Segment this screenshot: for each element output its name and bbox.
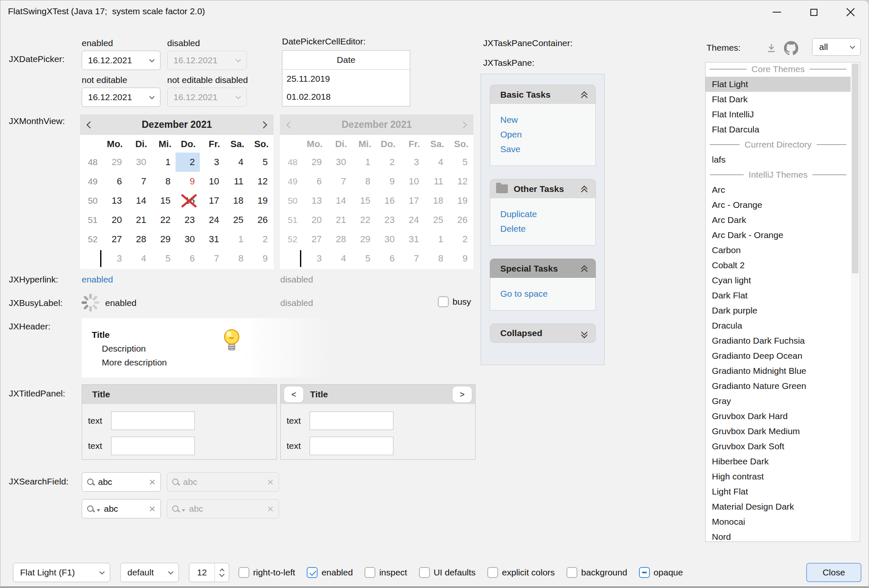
theme-item[interactable]: lafs — [706, 152, 851, 167]
scrollbar-thumb[interactable] — [852, 64, 859, 273]
checkbox-checked-icon[interactable] — [307, 567, 318, 578]
checkbox-icon[interactable] — [487, 567, 498, 578]
titledpanel-next-button[interactable]: > — [453, 386, 472, 402]
calendar-day[interactable]: 20 — [103, 210, 127, 230]
calendar-day[interactable]: 11 — [224, 172, 248, 191]
theme-item[interactable]: Gradianto Nature Green — [706, 378, 851, 394]
theme-item[interactable]: Monocai — [706, 514, 851, 529]
theme-item[interactable]: High contrast — [706, 469, 851, 484]
theme-item[interactable]: Arc Dark - Orange — [706, 228, 851, 243]
calendar-day[interactable]: 6 — [176, 249, 200, 268]
scale-combobox[interactable]: default — [120, 563, 179, 582]
theme-item[interactable]: Gruvbox Dark Medium — [706, 424, 851, 439]
calendar-day[interactable]: 30 — [176, 230, 200, 249]
calendar-day[interactable]: 9 — [248, 249, 273, 268]
checkbox-icon[interactable] — [419, 567, 430, 578]
calendar-day[interactable]: 21 — [127, 210, 151, 230]
searchfield-with-menu-enabled[interactable]: × — [82, 499, 161, 518]
theme-item[interactable]: Arc — [706, 182, 851, 197]
theme-item[interactable]: Gray — [706, 394, 851, 409]
calendar-day[interactable]: 4 — [224, 153, 248, 172]
calendar-day[interactable]: 26 — [248, 210, 273, 230]
hyperlink-enabled[interactable]: enabled — [82, 275, 113, 285]
theme-item[interactable]: Gradianto Midnight Blue — [706, 363, 851, 378]
theme-item[interactable]: Carbon — [706, 243, 851, 258]
checkbox-icon[interactable] — [238, 567, 249, 578]
calendar-day[interactable]: 7 — [200, 249, 224, 268]
table-row[interactable]: 25.11.2019 — [282, 70, 410, 88]
calendar-day[interactable]: 3 — [200, 153, 224, 172]
clear-icon[interactable]: × — [149, 503, 155, 514]
taskpane-header[interactable]: Special Tasks — [490, 259, 596, 278]
checkbox-enabled[interactable]: enabled — [307, 567, 353, 578]
datepicker-dropdown-button[interactable] — [143, 88, 160, 106]
checkbox-opaque[interactable]: opaque — [639, 567, 683, 578]
calendar-day[interactable]: 27 — [103, 230, 127, 249]
clear-icon[interactable]: × — [149, 477, 155, 487]
calendar-day[interactable]: 9 — [176, 172, 200, 191]
task-link[interactable]: Delete — [500, 221, 595, 236]
search-menu-arrow-icon[interactable] — [97, 509, 100, 512]
calendar-day[interactable]: 6 — [103, 172, 127, 191]
calendar-day[interactable]: 8 — [224, 249, 248, 268]
task-link[interactable]: Save — [500, 142, 595, 156]
task-link[interactable]: Go to space — [500, 286, 595, 301]
laf-combobox[interactable]: Flat Light (F1) — [13, 563, 110, 582]
theme-item[interactable]: Flat Darcula — [706, 122, 851, 137]
theme-item[interactable]: Gruvbox Dark Soft — [706, 439, 851, 454]
calendar-day[interactable]: 29 — [103, 153, 127, 172]
theme-item[interactable]: Cyan light — [706, 273, 851, 288]
calendar-day[interactable]: 25 — [224, 210, 248, 230]
datepicker-dropdown-button[interactable] — [143, 51, 160, 70]
calendar-day[interactable]: 4 — [127, 249, 151, 268]
calendar-day[interactable]: 16 — [176, 191, 200, 210]
checkbox-inspect[interactable]: inspect — [365, 567, 407, 578]
theme-item[interactable]: Gradianto Dark Fuchsia — [706, 333, 851, 348]
calendar-day[interactable]: 13 — [103, 191, 127, 210]
calendar-day[interactable]: 5 — [151, 249, 176, 268]
theme-item[interactable]: Arc Dark — [706, 212, 851, 228]
text-field[interactable] — [111, 412, 195, 430]
calendar-day[interactable]: 31 — [200, 230, 224, 249]
theme-item[interactable]: Hiberbee Dark — [706, 454, 851, 469]
calendar-day[interactable]: 18 — [224, 191, 248, 210]
minimize-button[interactable] — [763, 1, 790, 23]
theme-item[interactable]: Dracula — [706, 318, 851, 333]
download-themes-button[interactable] — [765, 41, 778, 55]
calendar-day[interactable]: 14 — [127, 191, 151, 210]
calendar-day[interactable]: 10 — [200, 172, 224, 191]
calendar-day[interactable]: 19 — [248, 191, 273, 210]
task-link[interactable]: Open — [500, 127, 595, 142]
text-field[interactable] — [310, 437, 393, 455]
calendar-day[interactable]: 24 — [200, 210, 224, 230]
table-row[interactable]: 01.02.2018 — [282, 88, 410, 106]
calendar-day[interactable]: 3 — [103, 249, 127, 268]
calendar-day[interactable]: 30 — [127, 153, 151, 172]
theme-item[interactable]: Dark purple — [706, 303, 851, 318]
taskpane-header[interactable]: Basic Tasks — [490, 85, 596, 104]
datepicker-enabled[interactable]: 16.12.2021 — [82, 51, 160, 70]
theme-item[interactable]: Material Design Dark — [706, 499, 851, 514]
spinner-value[interactable]: 12 — [189, 567, 215, 578]
checkbox-icon[interactable] — [365, 567, 375, 578]
titledpanel-prev-button[interactable]: < — [284, 386, 303, 402]
search-input[interactable] — [104, 504, 145, 514]
calendar-day[interactable]: 1 — [151, 153, 176, 172]
theme-item[interactable]: Flat Light — [706, 77, 851, 92]
themes-filter-combobox[interactable]: all — [812, 38, 861, 56]
calendar-day[interactable]: 5 — [248, 153, 273, 172]
task-link[interactable]: Duplicate — [500, 207, 595, 221]
calendar-day[interactable]: 15 — [151, 191, 176, 210]
text-field[interactable] — [310, 412, 393, 430]
searchfield-enabled[interactable]: × — [82, 472, 161, 492]
checkbox-UI-defaults[interactable]: UI defaults — [419, 567, 476, 578]
github-button[interactable] — [783, 40, 799, 56]
close-window-button[interactable] — [837, 1, 864, 23]
calendar-day[interactable]: 17 — [200, 191, 224, 210]
theme-item[interactable]: Gradianto Deep Ocean — [706, 348, 851, 363]
checkbox-explicit-colors[interactable]: explicit colors — [487, 567, 555, 578]
theme-item[interactable]: Light Flat — [706, 484, 851, 499]
spinner-down-icon[interactable] — [219, 572, 225, 577]
search-input[interactable] — [98, 477, 145, 487]
theme-item[interactable]: Cobalt 2 — [706, 258, 851, 273]
